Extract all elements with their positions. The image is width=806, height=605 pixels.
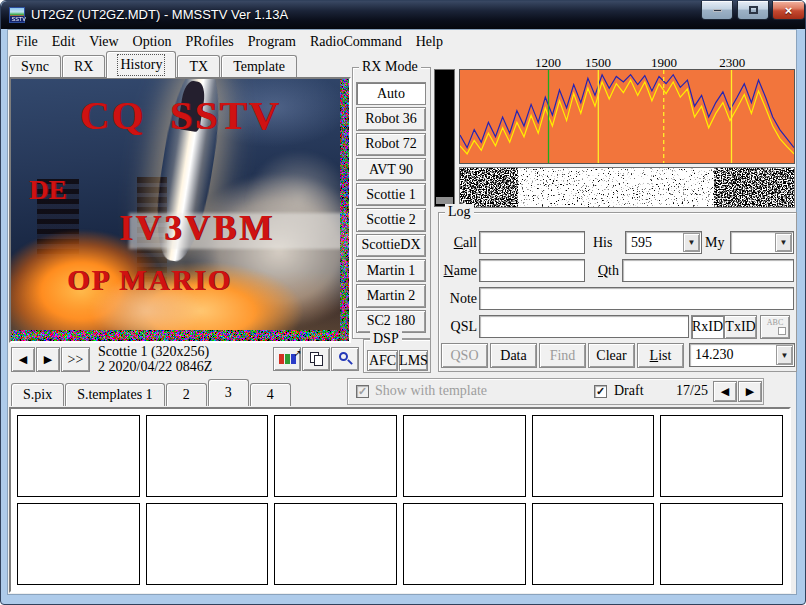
tab-label: RX	[74, 59, 93, 75]
thumbnail-slot[interactable]	[532, 415, 655, 497]
rx-mode-avt-90[interactable]: AVT 90	[356, 158, 426, 181]
thumbnail-slot[interactable]	[274, 503, 397, 585]
menu-option[interactable]: Option	[126, 34, 179, 50]
magnifier-icon	[338, 352, 352, 366]
magnify-button[interactable]	[331, 347, 359, 371]
tab-label: 2	[183, 387, 190, 403]
abc-label: ABC	[767, 319, 783, 327]
abc-macro-button[interactable]: ABC	[760, 315, 790, 339]
call-input[interactable]	[479, 231, 585, 254]
tab-label: S.templates 1	[77, 387, 152, 403]
find-button[interactable]: Find	[539, 343, 586, 368]
clear-button[interactable]: Clear	[588, 343, 635, 368]
data-button[interactable]: Data	[490, 343, 537, 368]
list-button[interactable]: List	[637, 343, 684, 368]
history-prev-button[interactable]: ◀	[11, 347, 35, 372]
rxid-toggle[interactable]: RxID	[691, 315, 724, 339]
afc-toggle[interactable]: AFC	[367, 350, 398, 371]
thumbnail-slot[interactable]	[403, 503, 526, 585]
page-prev-button[interactable]: ◀	[713, 381, 737, 402]
overlay-callsign: IV3VBM	[119, 209, 275, 249]
history-last-button[interactable]: >>	[61, 347, 90, 372]
mmsstv-window: SSTV UT2GZ (UT2GZ.MDT) - MMSSTV Ver 1.13…	[0, 0, 806, 605]
spectrum-display[interactable]	[459, 69, 795, 164]
pix-tab-s-pix[interactable]: S.pix	[11, 383, 64, 406]
list-button-label: List	[650, 348, 672, 364]
minimize-button[interactable]	[701, 1, 733, 20]
name-input[interactable]	[479, 259, 585, 282]
tab-template[interactable]: Template	[221, 55, 297, 78]
note-input[interactable]	[479, 287, 794, 310]
copy-button[interactable]	[302, 347, 330, 371]
rx-mode-group: RX Mode AutoRobot 36Robot 72AVT 90Scotti…	[352, 67, 431, 339]
waterfall-display[interactable]	[459, 167, 795, 208]
image-color-button[interactable]: ↗	[273, 347, 301, 371]
tab-label: History	[120, 57, 162, 73]
signal-meter-level	[436, 197, 453, 204]
rx-mode-scottie-1[interactable]: Scottie 1	[356, 183, 426, 206]
menu-edit[interactable]: Edit	[45, 34, 82, 50]
my-combo-button[interactable]: ▼	[775, 233, 792, 252]
his-combo-button[interactable]: ▼	[683, 233, 700, 252]
pix-tab-4[interactable]: 4	[250, 383, 291, 406]
tab-sync[interactable]: Sync	[9, 55, 61, 78]
check-icon: ✓	[596, 386, 605, 397]
rx-mode-martin-1[interactable]: Martin 1	[356, 259, 426, 282]
my-report-combo[interactable]: ▼	[730, 231, 794, 254]
menu-file[interactable]: File	[9, 34, 45, 50]
tab-label: Template	[233, 59, 285, 75]
thumbnail-slot[interactable]	[660, 415, 783, 497]
qso-button[interactable]: QSO	[441, 343, 488, 368]
rx-mode-scottiedx[interactable]: ScottieDX	[356, 234, 426, 257]
menu-radiocommand[interactable]: RadioCommand	[303, 34, 409, 50]
draft-checkbox[interactable]: ✓	[594, 385, 607, 398]
stored-pictures-panel	[9, 407, 791, 593]
close-button[interactable]: ×	[772, 1, 805, 20]
menu-program[interactable]: Program	[241, 34, 303, 50]
thumbnail-slot[interactable]	[274, 415, 397, 497]
frequency-value: 14.230	[690, 347, 775, 363]
lms-toggle[interactable]: LMS	[399, 350, 428, 371]
thumbnail-slot[interactable]	[532, 503, 655, 585]
rx-mode-martin-2[interactable]: Martin 2	[356, 284, 426, 307]
tab-tx[interactable]: TX	[177, 55, 220, 78]
menu-view[interactable]: View	[82, 34, 125, 50]
menu-profiles[interactable]: PRofiles	[179, 34, 241, 50]
thumbnail-slot[interactable]	[17, 415, 140, 497]
thumbnail-slot[interactable]	[146, 415, 269, 497]
frequency-combo[interactable]: 14.230 ▼	[689, 343, 795, 367]
rx-mode-auto[interactable]: Auto	[356, 82, 426, 105]
maximize-button[interactable]	[737, 1, 769, 20]
rx-mode-robot-72[interactable]: Robot 72	[356, 133, 426, 156]
qsl-input[interactable]	[479, 315, 689, 338]
thumbnail-slot[interactable]	[146, 503, 269, 585]
tab-rx[interactable]: RX	[62, 55, 105, 78]
tab-label: 4	[267, 387, 274, 403]
template-options-bar: ✓ Show with template ✓ Draft 17/25 ◀ ▶	[347, 378, 764, 405]
history-next-button[interactable]: ▶	[36, 347, 60, 372]
tab-history[interactable]: History	[106, 51, 176, 78]
thumbnail-slot[interactable]	[17, 503, 140, 585]
rx-mode-scottie-2[interactable]: Scottie 2	[356, 208, 426, 231]
rx-mode-sc2-180[interactable]: SC2 180	[356, 310, 426, 333]
dropdown-icon: ▼	[688, 238, 696, 247]
abc-checkbox	[778, 327, 786, 335]
thumbnail-slot[interactable]	[403, 415, 526, 497]
signal-meter	[434, 69, 455, 207]
pix-tab-2[interactable]: 2	[166, 383, 207, 406]
thumbnail-slot[interactable]	[660, 503, 783, 585]
page-counter: 17/25	[672, 383, 708, 399]
frequency-combo-button[interactable]: ▼	[776, 345, 793, 365]
menu-help[interactable]: Help	[409, 34, 450, 50]
history-info: Scottie 1 (320x256) 2 2020/04/22 0846Z	[98, 344, 212, 374]
show-with-template-checkbox[interactable]: ✓	[356, 385, 369, 398]
rx-mode-robot-36[interactable]: Robot 36	[356, 107, 426, 130]
his-report-combo[interactable]: 595 ▼	[625, 231, 702, 254]
tab-label: Sync	[21, 59, 49, 75]
pix-tab-s-templates-1[interactable]: S.templates 1	[65, 383, 164, 406]
txid-toggle[interactable]: TxID	[724, 315, 757, 339]
rx-mode-group-label: RX Mode	[359, 59, 421, 75]
qth-input[interactable]	[622, 259, 794, 282]
page-next-button[interactable]: ▶	[738, 381, 762, 402]
pix-tab-3[interactable]: 3	[208, 379, 249, 406]
